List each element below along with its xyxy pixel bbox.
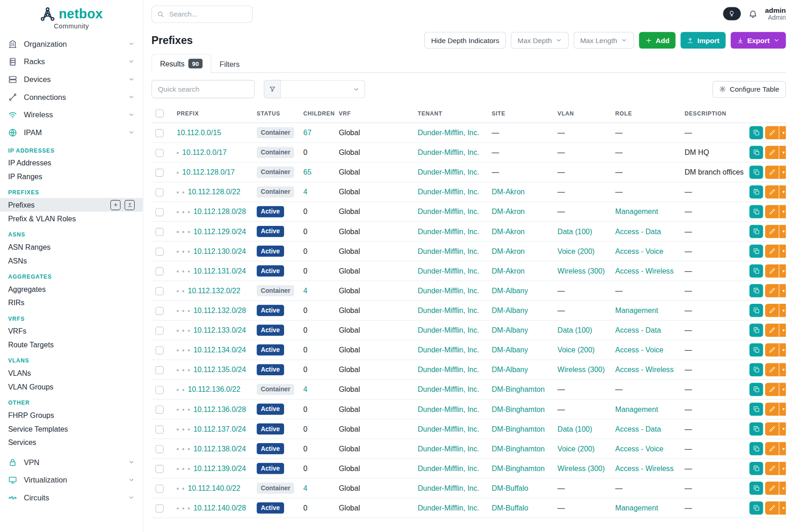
edit-button[interactable] <box>765 482 779 495</box>
role-link[interactable]: Access - Data <box>615 326 661 335</box>
copy-button[interactable] <box>750 324 763 337</box>
vlan-link[interactable]: Data (100) <box>558 425 592 433</box>
sidebar-group-devices[interactable]: Devices <box>0 71 143 88</box>
column-header-site[interactable]: SITE <box>487 104 553 123</box>
row-checkbox[interactable] <box>155 287 164 295</box>
edit-button[interactable] <box>765 442 779 455</box>
edit-button[interactable] <box>765 126 779 139</box>
row-checkbox[interactable] <box>155 366 164 374</box>
row-checkbox[interactable] <box>155 188 164 197</box>
role-link[interactable]: Access - Voice <box>615 247 663 255</box>
vlan-link[interactable]: Data (100) <box>558 326 592 335</box>
column-header-tenant[interactable]: TENANT <box>414 104 487 123</box>
sidebar-item-ip-addresses[interactable]: IP Addresses <box>0 156 143 170</box>
sidebar-item-ip-ranges[interactable]: IP Ranges <box>0 170 143 183</box>
edit-dropdown-button[interactable]: ▾ <box>779 284 786 297</box>
tenant-link[interactable]: Dunder-Mifflin, Inc. <box>418 168 479 176</box>
site-link[interactable]: DM-Buffalo <box>492 504 528 512</box>
edit-button[interactable] <box>765 383 779 396</box>
edit-button[interactable] <box>765 501 779 515</box>
tenant-link[interactable]: Dunder-Mifflin, Inc. <box>418 227 479 236</box>
user-menu[interactable]: admin Admin <box>765 6 786 22</box>
copy-button[interactable] <box>750 343 763 356</box>
prefix-link[interactable]: 10.112.132.0/22 <box>188 287 241 295</box>
configure-table-button[interactable]: Configure Table <box>712 81 786 97</box>
edit-dropdown-button[interactable]: ▾ <box>779 186 786 199</box>
prefix-link[interactable]: 10.112.128.0/17 <box>182 168 235 176</box>
vlan-link[interactable]: Wireless (300) <box>558 464 605 472</box>
tenant-link[interactable]: Dunder-Mifflin, Inc. <box>418 148 479 157</box>
site-link[interactable]: DM-Albany <box>492 366 528 374</box>
row-checkbox[interactable] <box>155 267 164 275</box>
sidebar-item-vlan-groups[interactable]: VLAN Groups <box>0 380 143 394</box>
notifications-button[interactable] <box>748 9 757 18</box>
vlan-link[interactable]: Data (100) <box>558 227 592 236</box>
tenant-link[interactable]: Dunder-Mifflin, Inc. <box>418 366 479 374</box>
edit-dropdown-button[interactable]: ▾ <box>779 304 786 317</box>
prefix-link[interactable]: 10.112.137.0/24 <box>193 425 246 433</box>
site-link[interactable]: DM-Binghamton <box>492 444 545 453</box>
edit-button[interactable] <box>765 146 779 159</box>
prefix-link[interactable]: 10.112.0.0/17 <box>182 148 227 157</box>
edit-dropdown-button[interactable]: ▾ <box>779 442 786 455</box>
copy-button[interactable] <box>750 146 763 159</box>
tenant-link[interactable]: Dunder-Mifflin, Inc. <box>418 247 479 255</box>
copy-button[interactable] <box>750 403 763 416</box>
row-checkbox[interactable] <box>155 445 164 453</box>
row-checkbox[interactable] <box>155 208 164 216</box>
site-link[interactable]: DM-Binghamton <box>492 425 545 433</box>
site-link[interactable]: DM-Albany <box>492 346 528 354</box>
column-header-role[interactable]: ROLE <box>611 104 680 123</box>
edit-button[interactable] <box>765 324 779 337</box>
sidebar-group-racks[interactable]: Racks <box>0 53 143 71</box>
copy-button[interactable] <box>750 245 763 258</box>
saved-filter-select[interactable] <box>281 80 365 99</box>
edit-dropdown-button[interactable]: ▾ <box>779 225 786 238</box>
site-link[interactable]: DM-Akron <box>492 227 525 236</box>
row-checkbox[interactable] <box>155 406 164 414</box>
prefix-link[interactable]: 10.112.128.0/28 <box>193 208 246 216</box>
site-link[interactable]: DM-Albany <box>492 287 528 295</box>
prefix-link[interactable]: 10.112.140.0/22 <box>188 484 241 493</box>
hide-depth-indicators-button[interactable]: Hide Depth Indicators <box>425 32 506 49</box>
copy-button[interactable] <box>750 501 763 515</box>
vlan-link[interactable]: Wireless (300) <box>558 267 605 275</box>
edit-button[interactable] <box>765 304 779 317</box>
column-header-vrf[interactable]: VRF <box>335 104 414 123</box>
row-checkbox[interactable] <box>155 228 164 236</box>
row-checkbox[interactable] <box>155 425 164 433</box>
max-length-dropdown[interactable]: Max Length <box>574 32 634 49</box>
edit-button[interactable] <box>765 186 779 199</box>
sidebar-item-vlans[interactable]: VLANs <box>0 366 143 380</box>
role-link[interactable]: Access - Voice <box>615 346 663 354</box>
edit-dropdown-button[interactable]: ▾ <box>779 245 786 258</box>
sidebar-group-connections[interactable]: Connections <box>0 88 143 106</box>
row-checkbox[interactable] <box>155 129 164 137</box>
row-checkbox[interactable] <box>155 386 164 394</box>
sidebar-group-circuits[interactable]: Circuits <box>0 489 143 507</box>
import-button[interactable]: Import <box>680 32 725 49</box>
copy-button[interactable] <box>750 383 763 396</box>
row-checkbox[interactable] <box>155 465 164 473</box>
row-checkbox[interactable] <box>155 307 164 315</box>
children-count-link[interactable]: 4 <box>303 484 307 493</box>
sidebar-item-vrfs[interactable]: VRFs <box>0 324 143 338</box>
sidebar-group-wireless[interactable]: Wireless <box>0 106 143 124</box>
tenant-link[interactable]: Dunder-Mifflin, Inc. <box>418 346 479 354</box>
tenant-link[interactable]: Dunder-Mifflin, Inc. <box>418 385 479 394</box>
site-link[interactable]: DM-Albany <box>492 326 528 335</box>
row-checkbox[interactable] <box>155 169 164 177</box>
site-link[interactable]: DM-Akron <box>492 208 525 216</box>
tenant-link[interactable]: Dunder-Mifflin, Inc. <box>418 129 479 137</box>
quick-add-button[interactable] <box>110 200 120 210</box>
sidebar-item-aggregates[interactable]: Aggregates <box>0 282 143 296</box>
sidebar-item-service-templates[interactable]: Service Templates <box>0 422 143 436</box>
row-checkbox[interactable] <box>155 504 164 512</box>
tenant-link[interactable]: Dunder-Mifflin, Inc. <box>418 267 479 275</box>
copy-button[interactable] <box>750 186 763 199</box>
copy-button[interactable] <box>750 284 763 297</box>
role-link[interactable]: Access - Wireless <box>615 366 674 374</box>
sidebar-group-organization[interactable]: Organization <box>0 35 143 53</box>
site-link[interactable]: DM-Binghamton <box>492 464 545 472</box>
tenant-link[interactable]: Dunder-Mifflin, Inc. <box>418 188 479 196</box>
